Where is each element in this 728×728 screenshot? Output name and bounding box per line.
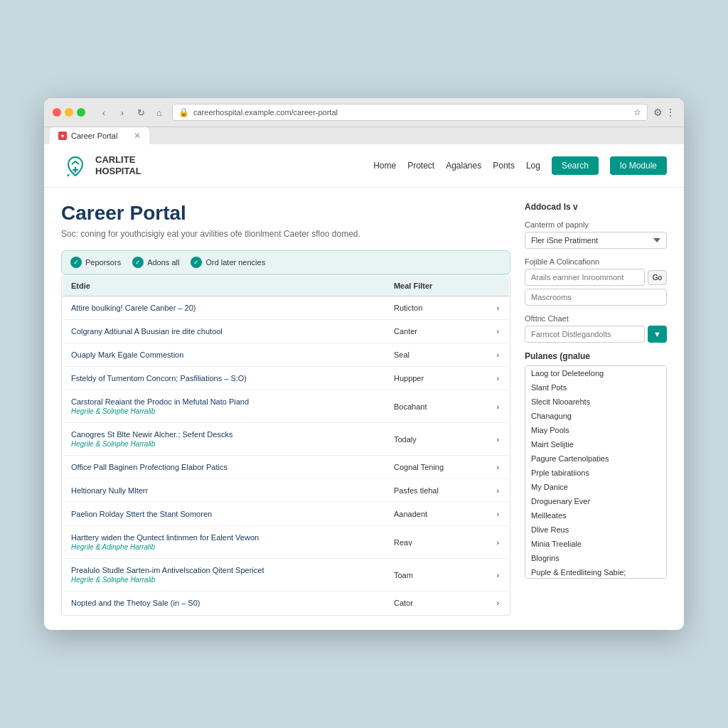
dropdown-item[interactable]: Miay Pools: [525, 423, 666, 437]
active-tab[interactable]: ♥ Career Portal ✕: [50, 127, 149, 144]
job-location: Cognal Tening: [385, 456, 488, 479]
row-chevron[interactable]: ›: [488, 592, 510, 615]
traffic-lights: [53, 108, 85, 117]
table-row[interactable]: Canogres St Blte Newir Alcher.; Sefent D…: [63, 423, 510, 456]
dropdown-item[interactable]: Pagure Cartenolpaties: [525, 451, 666, 466]
maximize-button[interactable]: [77, 108, 85, 117]
row-chevron[interactable]: ›: [488, 343, 510, 367]
jobs-table-wrapper: Etdie Meal Filter Attire boulking! Carel…: [61, 274, 510, 616]
dept-input-row: ▼: [525, 326, 667, 343]
dropdown-item[interactable]: Blogrins: [525, 551, 666, 565]
job-title: Attire boulking! Carele Canber – 20): [71, 304, 377, 312]
pill-peporsors[interactable]: ✓ Peporsors: [70, 257, 121, 268]
table-row[interactable]: Carstoral Reaiant the Prodoc in Mefutal …: [63, 390, 510, 423]
dept-input[interactable]: [525, 326, 645, 343]
dropdown-item[interactable]: Slant Pots: [525, 380, 666, 395]
table-row[interactable]: Prealulo Studle Sarten-im Antivelscation…: [63, 559, 510, 592]
table-row[interactable]: Heltionary Nully MlterrPasfes tlehal›: [63, 479, 510, 503]
tab-close-button[interactable]: ✕: [134, 131, 141, 141]
eligibility-input-2[interactable]: [525, 289, 667, 306]
sidebar-title: Addocad Is v: [525, 202, 667, 212]
contract-filter: Canterm of papnly Fler iSne Pratiment: [525, 220, 667, 249]
pill-adons[interactable]: ✓ Adons all: [132, 257, 179, 268]
row-chevron[interactable]: ›: [488, 390, 510, 423]
row-chevron[interactable]: ›: [488, 526, 510, 559]
nav-home[interactable]: Home: [373, 161, 396, 171]
dept-dropdown-button[interactable]: ▼: [648, 326, 667, 343]
logo-text: CARLITE HOSPITAL: [95, 154, 141, 176]
back-button[interactable]: ‹: [97, 105, 111, 119]
address-bar[interactable]: 🔒 careerhospital.example.com/career-port…: [172, 104, 648, 121]
pill-label: Peporsors: [85, 258, 121, 267]
nav-agalanes[interactable]: Agalanes: [446, 161, 481, 171]
row-chevron[interactable]: ›: [488, 296, 510, 320]
row-chevron[interactable]: ›: [488, 559, 510, 592]
job-location: Seal: [385, 343, 488, 367]
job-location: Ruticton: [385, 296, 488, 320]
eligibility-filter: Fojible A Colincafionn Go: [525, 257, 667, 306]
dropdown-item[interactable]: Laog tor Deleteelong: [525, 366, 666, 380]
job-location: Bocahant: [385, 390, 488, 423]
svg-text:♥: ♥: [67, 173, 70, 178]
row-chevron[interactable]: ›: [488, 423, 510, 456]
pill-ord[interactable]: ✓ Ord later nencies: [191, 257, 265, 268]
table-row[interactable]: Fsteldy of Tumentom Concorn; Pasfiliatio…: [63, 367, 510, 390]
pill-check-icon-2: ✓: [132, 257, 144, 268]
eligibility-button[interactable]: Go: [648, 270, 667, 285]
pill-label-2: Adons all: [147, 258, 179, 267]
col-title-header: Etdie: [63, 276, 385, 296]
nav-ponts[interactable]: Ponts: [493, 161, 515, 171]
dropdown-item[interactable]: Mairt Selijtie: [525, 437, 666, 451]
job-title: Harttery widen the Quntect lintinmen for…: [71, 533, 377, 542]
search-button[interactable]: Search: [552, 156, 599, 175]
forward-button[interactable]: ›: [115, 105, 129, 119]
dropdown-item[interactable]: Meilleates: [525, 508, 666, 523]
table-row[interactable]: Office Pall Baginen Profectiong Elabor P…: [63, 456, 510, 479]
contract-select[interactable]: Fler iSne Pratiment: [525, 232, 667, 249]
filter-section-title: Addocad Is v: [525, 202, 667, 212]
pill-check-icon-3: ✓: [191, 257, 202, 268]
dropdown-item[interactable]: Puple & Entedliteing Sabie;: [525, 565, 666, 579]
row-chevron[interactable]: ›: [488, 503, 510, 526]
job-location: Reav: [385, 526, 488, 559]
table-row[interactable]: Paelion Rolday Sttert the Stant SomorenA…: [63, 503, 510, 526]
dropdown-item[interactable]: My Danice: [525, 480, 666, 494]
dropdown-item[interactable]: Chanagung: [525, 409, 666, 423]
extensions-icon[interactable]: ⚙: [653, 107, 663, 118]
table-row[interactable]: Nopted and the Thetoy Sale (in – S0)Cato…: [63, 592, 510, 615]
job-title: Carstoral Reaiant the Prodoc in Mefutal …: [71, 397, 377, 406]
table-row[interactable]: Colgrany Adtiunal A Buusian ire dite chu…: [63, 320, 510, 343]
eligibility-input-row: Go: [525, 269, 667, 286]
module-button[interactable]: lo Module: [610, 156, 667, 175]
nav-log[interactable]: Log: [526, 161, 540, 171]
dropdown-item[interactable]: Droguenary Ever: [525, 494, 666, 508]
menu-icon[interactable]: ⋮: [665, 107, 675, 118]
job-location: Pasfes tlehal: [385, 479, 488, 503]
job-title: Office Pall Baginen Profectiong Elabor P…: [71, 463, 377, 471]
close-button[interactable]: [53, 108, 61, 117]
dropdown-item[interactable]: Prple tabiratiions: [525, 466, 666, 480]
dropdown-label: Pulanes (gnalue: [525, 351, 667, 361]
dropdown-item[interactable]: Slecit Nlooarehts: [525, 395, 666, 409]
row-chevron[interactable]: ›: [488, 456, 510, 479]
home-button[interactable]: ⌂: [152, 105, 166, 119]
table-row[interactable]: Harttery widen the Quntect lintinmen for…: [63, 526, 510, 559]
minimize-button[interactable]: [65, 108, 73, 117]
dropdown-list: Laog tor DeleteelongSlant PotsSlecit Nlo…: [525, 365, 667, 579]
reload-button[interactable]: ↻: [134, 105, 148, 119]
table-row[interactable]: Attire boulking! Carele Canber – 20)Ruti…: [63, 296, 510, 320]
job-location: Canter: [385, 320, 488, 343]
table-row[interactable]: Ouaply Mark Egale CommestionSeal›: [63, 343, 510, 367]
right-panel: Addocad Is v Canterm of papnly Fler iSne…: [525, 202, 667, 616]
eligibility-input[interactable]: [525, 269, 645, 286]
dropdown-item[interactable]: Minia Treeliale: [525, 537, 666, 551]
col-filter-header: Meal Filter: [385, 276, 488, 296]
pill-check-icon: ✓: [70, 257, 82, 268]
row-chevron[interactable]: ›: [488, 320, 510, 343]
row-chevron[interactable]: ›: [488, 479, 510, 503]
star-icon[interactable]: ☆: [633, 107, 641, 117]
dropdown-item[interactable]: Dlive Reus: [525, 523, 666, 537]
main-content: Career Portal Soc: coning for youthcisig…: [44, 188, 684, 630]
row-chevron[interactable]: ›: [488, 367, 510, 390]
nav-protect[interactable]: Protect: [407, 161, 434, 171]
